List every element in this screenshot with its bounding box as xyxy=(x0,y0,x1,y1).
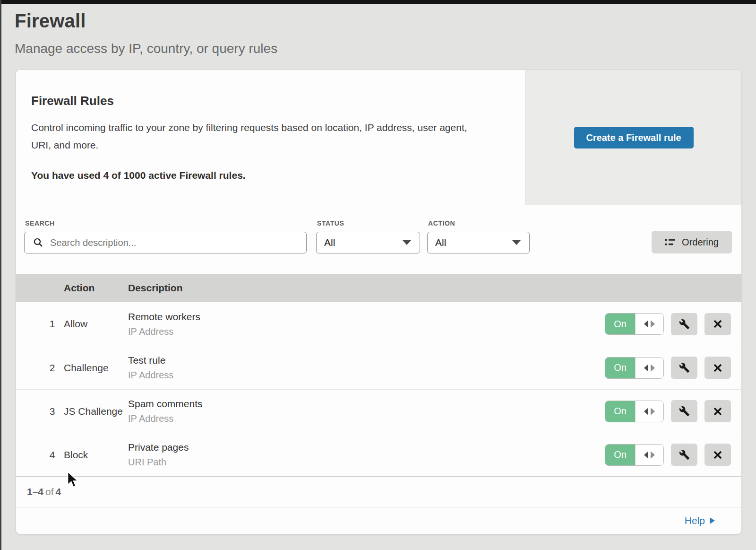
rule-enabled-toggle[interactable]: On xyxy=(605,444,664,466)
rule-enabled-toggle[interactable]: On xyxy=(605,313,664,335)
close-icon xyxy=(713,363,722,373)
rule-field: IP Address xyxy=(128,326,524,337)
table-row: 1 Allow Remote workers IP Address On xyxy=(16,302,741,346)
rule-priority: 3 xyxy=(16,406,64,417)
filter-bar: SEARCH STATUS All ACTION All xyxy=(16,205,741,274)
chevron-down-icon xyxy=(512,240,521,245)
rule-description-cell: Remote workers IP Address xyxy=(128,311,524,337)
pagination-total: 4 xyxy=(56,486,61,497)
pagination-text: 1–4of4 xyxy=(27,486,61,498)
wrench-icon xyxy=(679,319,690,330)
overview-description: Control incoming traffic to your zone by… xyxy=(31,119,485,154)
help-link-label: Help xyxy=(685,515,705,526)
rule-controls: On xyxy=(524,313,741,335)
rule-action: JS Challenge xyxy=(64,406,128,417)
reorder-arrows-icon[interactable] xyxy=(635,358,663,378)
status-select[interactable]: All xyxy=(316,232,420,253)
rule-description-cell: Test rule IP Address xyxy=(128,355,524,381)
triangle-left-icon xyxy=(644,320,648,328)
edit-rule-button[interactable] xyxy=(671,400,697,422)
reorder-arrows-icon[interactable] xyxy=(635,314,663,334)
rule-priority: 4 xyxy=(16,449,64,461)
pagination-row: 1–4of4 xyxy=(16,476,741,507)
ordering-list-icon xyxy=(665,238,676,246)
rule-priority: 2 xyxy=(16,362,64,374)
rule-field: IP Address xyxy=(128,370,524,381)
rule-action: Challenge xyxy=(64,362,128,374)
rule-enabled-toggle[interactable]: On xyxy=(605,357,664,379)
delete-rule-button[interactable] xyxy=(704,444,731,466)
rules-usage-text: You have used 4 of 1000 active Firewall … xyxy=(31,170,497,181)
description-column-header: Description xyxy=(128,282,524,294)
delete-rule-button[interactable] xyxy=(704,357,731,379)
rule-description: Remote workers xyxy=(128,311,524,323)
overview-section: Firewall Rules Control incoming traffic … xyxy=(16,70,741,205)
page-subtitle: Manage access by IP, country, or query r… xyxy=(15,41,756,56)
triangle-left-icon xyxy=(644,451,648,459)
table-row: 2 Challenge Test rule IP Address On xyxy=(16,346,741,389)
rules-table-header: Action Description xyxy=(16,274,741,302)
action-column-header: Action xyxy=(64,282,128,294)
triangle-left-icon xyxy=(644,408,648,415)
overview-heading: Firewall Rules xyxy=(31,94,497,108)
table-row: 3 JS Challenge Spam comments IP Address … xyxy=(16,389,741,433)
action-selected-value: All xyxy=(435,237,446,248)
create-firewall-rule-button[interactable]: Create a Firewall rule xyxy=(574,127,694,148)
close-icon xyxy=(713,450,722,460)
close-icon xyxy=(713,407,722,416)
search-icon xyxy=(33,237,43,248)
chevron-down-icon xyxy=(403,240,411,245)
reorder-arrows-icon[interactable] xyxy=(635,401,663,422)
ordering-button-label: Ordering xyxy=(682,237,719,248)
search-label: SEARCH xyxy=(25,219,316,227)
edit-rule-button[interactable] xyxy=(671,313,697,335)
help-arrow-icon xyxy=(710,517,715,524)
screenshot-left-edge xyxy=(0,0,1,550)
rule-field: URI Path xyxy=(128,457,524,468)
help-row: Help xyxy=(16,507,741,534)
action-label: ACTION xyxy=(428,219,530,227)
rule-description: Private pages xyxy=(128,442,524,453)
search-input[interactable] xyxy=(50,237,300,248)
edit-rule-button[interactable] xyxy=(671,357,697,379)
pagination-range: 1–4 xyxy=(27,486,43,497)
triangle-right-icon xyxy=(651,364,655,372)
reorder-arrows-icon[interactable] xyxy=(635,445,663,465)
wrench-icon xyxy=(679,449,690,460)
wrench-icon xyxy=(679,362,690,373)
rule-controls: On xyxy=(524,444,741,466)
toggle-on-segment[interactable]: On xyxy=(605,358,635,378)
toggle-on-segment[interactable]: On xyxy=(605,401,635,422)
toggle-on-segment[interactable]: On xyxy=(605,445,635,465)
overview-text-panel: Firewall Rules Control incoming traffic … xyxy=(16,70,526,205)
edit-rule-button[interactable] xyxy=(671,444,697,466)
triangle-right-icon xyxy=(651,408,655,415)
rule-action: Block xyxy=(64,449,128,461)
delete-rule-button[interactable] xyxy=(704,313,731,335)
firewall-rules-card: Firewall Rules Control incoming traffic … xyxy=(16,70,742,534)
create-rule-panel: Create a Firewall rule xyxy=(526,70,741,205)
triangle-left-icon xyxy=(644,364,648,372)
rule-controls: On xyxy=(524,357,741,379)
pagination-of: of xyxy=(43,486,56,497)
search-box[interactable] xyxy=(24,232,307,253)
status-label: STATUS xyxy=(317,219,427,227)
rule-enabled-toggle[interactable]: On xyxy=(605,401,664,422)
page-header: Firewall Manage access by IP, country, o… xyxy=(0,0,756,56)
close-icon xyxy=(713,319,722,329)
table-row: 4 Block Private pages URI Path On xyxy=(16,433,741,476)
ordering-button[interactable]: Ordering xyxy=(652,231,732,253)
page-title: Firewall xyxy=(15,10,756,32)
delete-rule-button[interactable] xyxy=(704,400,731,422)
screenshot-top-edge xyxy=(0,0,756,4)
wrench-icon xyxy=(679,406,690,417)
help-link[interactable]: Help xyxy=(685,515,715,526)
rule-controls: On xyxy=(524,400,741,422)
rule-field: IP Address xyxy=(128,413,524,424)
action-select[interactable]: All xyxy=(427,232,530,253)
status-selected-value: All xyxy=(324,237,335,248)
toggle-on-segment[interactable]: On xyxy=(605,314,635,334)
rule-action: Allow xyxy=(64,318,128,330)
rule-priority: 1 xyxy=(16,318,64,330)
rule-description: Spam comments xyxy=(128,398,524,410)
